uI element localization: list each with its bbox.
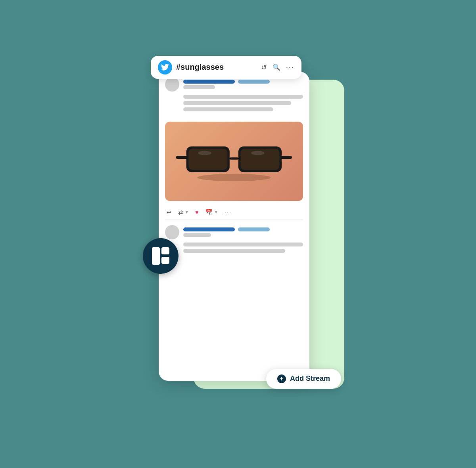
- svg-point-7: [198, 151, 211, 155]
- retweet-icon[interactable]: ⇄: [178, 209, 183, 216]
- time-skeleton-1: [183, 85, 215, 89]
- time-skeleton-2: [183, 233, 211, 237]
- body-line-1: [183, 95, 303, 99]
- username-skeleton-1: [183, 80, 235, 84]
- twitter-platform-icon: [158, 60, 172, 74]
- main-scene: ↩ ⇄ ▼ ♥ 📅 ▼ ···: [139, 56, 337, 413]
- tweet-body-2: [183, 243, 303, 253]
- twitter-search-bar[interactable]: #sunglasses ↺ 🔍 ···: [151, 56, 301, 79]
- dashboard-grid-icon: [152, 247, 169, 265]
- tweet-body-1: [183, 95, 303, 111]
- reply-icon[interactable]: ↩: [167, 209, 172, 216]
- tweet-image: [165, 122, 303, 201]
- plus-icon: +: [277, 374, 286, 383]
- username-skeleton-2: [183, 227, 235, 231]
- refresh-icon[interactable]: ↺: [261, 63, 267, 72]
- hootsuite-dashboard-icon: [143, 238, 178, 274]
- avatar-2: [165, 225, 179, 239]
- schedule-chevron: ▼: [214, 210, 218, 214]
- tweet-item-2: [159, 220, 309, 258]
- search-icon[interactable]: 🔍: [273, 63, 280, 71]
- more-icon[interactable]: ···: [286, 63, 294, 71]
- twitter-bird-svg: [161, 64, 169, 71]
- grid-cell-top-right: [161, 247, 169, 254]
- schedule-icon[interactable]: 📅: [205, 209, 213, 216]
- add-stream-label: Add Stream: [290, 374, 330, 383]
- avatar-1: [165, 77, 179, 92]
- tweet-meta-2: [183, 227, 270, 237]
- body-line-2: [183, 101, 291, 105]
- add-stream-button[interactable]: + Add Stream: [266, 369, 341, 389]
- grid-cell-bottom-right: [161, 257, 169, 264]
- tweet-image-wrapper: [159, 122, 309, 201]
- body-line-3: [183, 107, 273, 111]
- retweet-group[interactable]: ⇄ ▼: [178, 209, 189, 216]
- svg-point-9: [198, 174, 271, 181]
- schedule-group[interactable]: 📅 ▼: [205, 209, 218, 216]
- handle-skeleton-2: [238, 227, 270, 231]
- svg-rect-0: [230, 157, 238, 160]
- tweet-actions: ↩ ⇄ ▼ ♥ 📅 ▼ ···: [159, 206, 309, 219]
- tweet-card: ↩ ⇄ ▼ ♥ 📅 ▼ ···: [159, 72, 309, 381]
- handle-skeleton-1: [238, 80, 270, 84]
- search-bar-actions: ↺ 🔍 ···: [261, 63, 294, 72]
- sunglasses-svg: [175, 139, 293, 183]
- svg-point-8: [251, 151, 264, 155]
- body2-line-2: [183, 249, 285, 253]
- like-icon[interactable]: ♥: [195, 209, 199, 216]
- retweet-chevron: ▼: [185, 210, 189, 214]
- more-actions-icon[interactable]: ···: [225, 209, 232, 216]
- plus-symbol: +: [280, 375, 283, 382]
- body2-line-1: [183, 243, 303, 246]
- tweet-meta-1: [183, 80, 270, 89]
- grid-cell-left: [152, 247, 160, 265]
- search-hashtag: #sunglasses: [176, 63, 257, 72]
